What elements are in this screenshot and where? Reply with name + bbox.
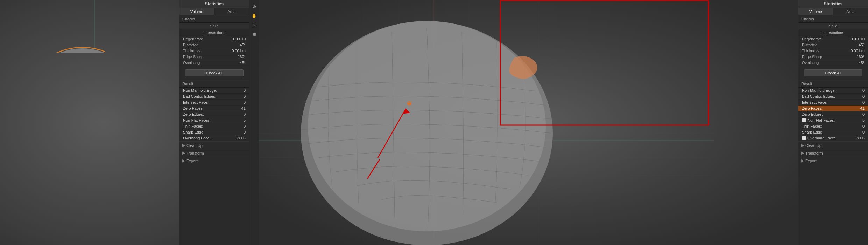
check-box-indicator: [802, 118, 806, 122]
collapse-row-clean-up[interactable]: ▶Clean Up: [798, 141, 868, 149]
right-viewport-svg: [259, 0, 798, 245]
right-section: Statistics Volume Area Checks Solid Inte…: [259, 0, 868, 245]
grid-lines-left: [0, 0, 105, 53]
left-result-rows: Non Manifold Edge:0Bad Contig. Edges:0In…: [179, 88, 249, 141]
result-row: Thin Faces:0: [179, 123, 249, 129]
check-row: Overhang45°: [798, 60, 868, 66]
result-row: Zero Edges:0: [179, 111, 249, 117]
result-row: Overhang Face:3806: [798, 135, 868, 141]
check-row: Edge Sharp160°: [179, 54, 249, 60]
tab-area-left[interactable]: Area: [214, 8, 249, 15]
tab-volume-right[interactable]: Volume: [798, 8, 833, 15]
result-row: Non-Flat Faces:5: [179, 117, 249, 123]
stats-tabs-left: Volume Area: [179, 8, 249, 15]
check-all-button-left[interactable]: Check All: [185, 69, 244, 76]
check-row: Edge Sharp160°: [798, 54, 868, 60]
stats-panel-right: Statistics Volume Area Checks Solid Inte…: [798, 0, 868, 245]
right-result-rows: Non Manifold Edge:0Bad Contig. Edges:0In…: [798, 88, 868, 141]
collapse-row-clean-up[interactable]: ▶Clean Up: [179, 141, 249, 149]
right-check-rows: Degenerate0.00010Distorted45°Thickness0.…: [798, 36, 868, 66]
result-row: Zero Edges:0: [798, 111, 868, 117]
tab-volume-left[interactable]: Volume: [179, 8, 214, 15]
right-collapse-items: ▶Clean Up▶Transform▶Export: [798, 141, 868, 164]
result-row: Non-Flat Faces:5: [798, 117, 868, 123]
collapse-row-transform[interactable]: ▶Transform: [798, 149, 868, 157]
result-row: Sharp Edge:0: [179, 129, 249, 135]
check-row: Thickness0.001 m: [798, 48, 868, 54]
check-all-container-right: Check All: [798, 66, 868, 80]
stats-tabs-right: Volume Area: [798, 8, 868, 15]
check-row: Distorted45°: [798, 42, 868, 48]
check-box-indicator: [802, 136, 806, 140]
toolbar-icon-add[interactable]: ⊕: [250, 3, 258, 11]
toolbar-icon-face[interactable]: ☺: [250, 21, 258, 29]
result-row: Non Manifold Edge:0: [798, 88, 868, 94]
result-row: Overhang Face:3806: [179, 135, 249, 141]
result-row: Bad Contig. Edges:0: [798, 94, 868, 100]
stats-title-left: Statistics: [179, 0, 249, 8]
check-row: Degenerate0.00010: [798, 36, 868, 42]
toolbar-left: ⊕ ✋ ☺ ▦: [249, 0, 259, 245]
result-label-left: Result: [179, 80, 249, 88]
stats-title-right: Statistics: [798, 0, 868, 8]
checks-label-right: Checks: [798, 15, 868, 23]
tab-area-right[interactable]: Area: [833, 8, 868, 15]
intersections-label-left: Intersections: [179, 29, 249, 36]
result-label-right: Result: [798, 80, 868, 88]
result-row: Bad Contig. Edges:0: [179, 94, 249, 100]
svg-point-26: [308, 21, 546, 231]
intersections-label-right: Intersections: [798, 29, 868, 36]
result-row: Zero Faces:41: [179, 106, 249, 111]
collapse-row-export[interactable]: ▶Export: [179, 157, 249, 164]
check-row: Distorted45°: [179, 42, 249, 48]
result-row: Non Manifold Edge:0: [179, 88, 249, 94]
solid-label-left: Solid: [179, 23, 249, 29]
toolbar-icon-grid[interactable]: ▦: [250, 30, 258, 38]
collapse-row-transform[interactable]: ▶Transform: [179, 149, 249, 157]
toolbar-icon-hand[interactable]: ✋: [250, 12, 258, 20]
check-all-button-right[interactable]: Check All: [804, 69, 862, 76]
left-panel: ⊕ ✋ ☺ ▦ Statistics Volume Area Checks So…: [0, 0, 259, 245]
viewport-right[interactable]: [259, 0, 798, 245]
stats-panel-left: Statistics Volume Area Checks Solid Inte…: [179, 0, 249, 245]
result-row: Zero Faces:41: [798, 106, 868, 111]
check-row: Degenerate0.00010: [179, 36, 249, 42]
left-check-rows: Degenerate0.00010Distorted45°Thickness0.…: [179, 36, 249, 66]
result-row: Intersect Face:0: [798, 100, 868, 106]
left-collapse-items: ▶Clean Up▶Transform▶Export: [179, 141, 249, 164]
check-all-container-left: Check All: [179, 66, 249, 80]
result-row: Intersect Face:0: [179, 100, 249, 106]
result-row: Thin Faces:0: [798, 123, 868, 129]
check-row: Thickness0.001 m: [179, 48, 249, 54]
checks-label-left: Checks: [179, 15, 249, 23]
result-row: Sharp Edge:0: [798, 129, 868, 135]
collapse-row-export[interactable]: ▶Export: [798, 157, 868, 164]
solid-label-right: Solid: [798, 23, 868, 29]
check-row: Overhang45°: [179, 60, 249, 66]
